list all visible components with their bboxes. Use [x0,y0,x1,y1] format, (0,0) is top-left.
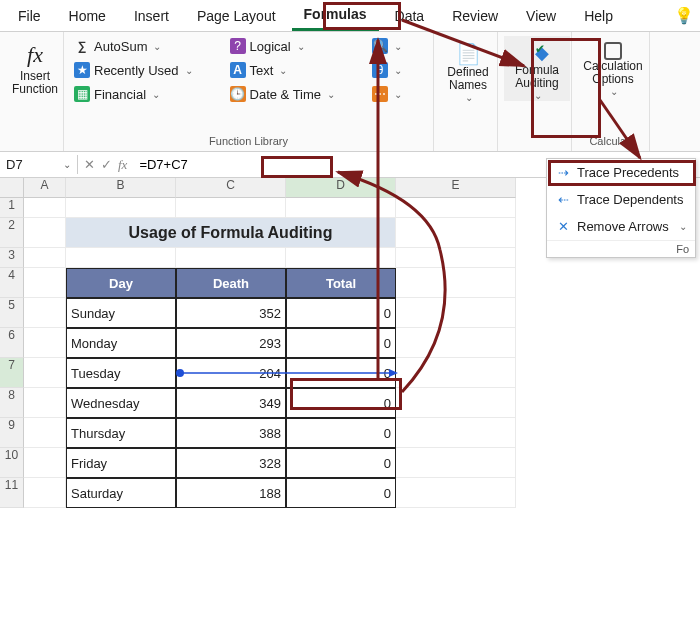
table-row[interactable]: Friday3280 [24,448,516,478]
table-header-day: Day [66,268,176,298]
table-row[interactable]: Tuesday2040 [24,358,516,388]
defined-names-button[interactable]: 📄 DefinedNames ⌄ [440,36,496,103]
table-row[interactable]: Thursday3880 [24,418,516,448]
table-row[interactable]: Sunday3520 [24,298,516,328]
cell-total[interactable]: 0 [286,478,396,508]
lookup-icon: 🔍 [372,38,388,54]
row-header-3[interactable]: 3 [0,248,24,268]
trace-precedents-icon: ⇢ [555,165,571,180]
row-header-7[interactable]: 7 [0,358,24,388]
table-header-total: Total [286,268,396,298]
calculation-icon [604,42,622,60]
cell-day[interactable]: Thursday [66,418,176,448]
financial-button[interactable]: ▦Financial⌄ [70,84,218,104]
col-header-e[interactable]: E [396,178,516,198]
row-header-10[interactable]: 10 [0,448,24,478]
tell-me-icon[interactable]: 💡 [674,6,694,25]
tab-formulas[interactable]: Formulas [292,0,379,31]
more-functions-button[interactable]: ⋯⌄ [368,84,427,104]
row-header-2[interactable]: 2 [0,218,24,248]
col-header-d[interactable]: D [286,178,396,198]
logical-icon: ? [230,38,246,54]
col-header-c[interactable]: C [176,178,286,198]
insert-function-button[interactable]: fx InsertFunction [6,36,64,96]
cell-death[interactable]: 204 [176,358,286,388]
table-row[interactable]: Monday2930 [24,328,516,358]
group-label-function-library: Function Library [70,133,427,149]
cell-day[interactable]: Wednesday [66,388,176,418]
formula-auditing-button[interactable]: ◆ FormulaAuditing ⌄ [504,36,570,101]
table-header-death: Death [176,268,286,298]
fx-small-icon[interactable]: fx [118,157,127,173]
tab-review[interactable]: Review [440,2,510,30]
calculation-options-button[interactable]: CalculationOptions ⌄ [578,36,648,97]
cell-total[interactable]: 0 [286,358,396,388]
cell-death[interactable]: 328 [176,448,286,478]
row-header-5[interactable]: 5 [0,298,24,328]
fx-icon: fx [27,42,43,68]
tab-data[interactable]: Data [383,2,437,30]
cell-day[interactable]: Monday [66,328,176,358]
cell-death[interactable]: 349 [176,388,286,418]
cell-total[interactable]: 0 [286,328,396,358]
cell-day[interactable]: Tuesday [66,358,176,388]
cell-day[interactable]: Sunday [66,298,176,328]
defined-names-icon: 📄 [456,42,481,66]
enter-icon[interactable]: ✓ [101,157,112,173]
col-header-a[interactable]: A [24,178,66,198]
theta-icon: θ [372,62,388,78]
cell-day[interactable]: Saturday [66,478,176,508]
row-header-11[interactable]: 11 [0,478,24,508]
more-icon: ⋯ [372,86,388,102]
cell-death[interactable]: 388 [176,418,286,448]
cell-death[interactable]: 293 [176,328,286,358]
row-header-6[interactable]: 6 [0,328,24,358]
tab-home[interactable]: Home [57,2,118,30]
tab-help[interactable]: Help [572,2,625,30]
ribbon: fx InsertFunction ∑AutoSum⌄ ?Logical⌄ 🔍⌄… [0,32,700,152]
trace-dependents-item[interactable]: ⇠Trace Dependents [547,186,695,213]
remove-arrows-icon: ✕ [555,219,571,234]
cell-total[interactable]: 0 [286,448,396,478]
trace-dependents-icon: ⇠ [555,192,571,207]
tab-file[interactable]: File [6,2,53,30]
recently-used-button[interactable]: ★Recently Used⌄ [70,60,218,80]
col-header-b[interactable]: B [66,178,176,198]
tab-bar: File Home Insert Page Layout Formulas Da… [0,0,700,32]
formula-auditing-icon: ◆ [525,42,549,64]
row-header-4[interactable]: 4 [0,268,24,298]
math-trig-button[interactable]: θ⌄ [368,60,427,80]
financial-icon: ▦ [74,86,90,102]
trace-precedents-item[interactable]: ⇢Trace Precedents [547,159,695,186]
text-icon: A [230,62,246,78]
row-header-9[interactable]: 9 [0,418,24,448]
remove-arrows-item[interactable]: ✕Remove Arrows⌄ [547,213,695,240]
sigma-icon: ∑ [74,38,90,54]
lookup-button[interactable]: 🔍⌄ [368,36,427,56]
logical-button[interactable]: ?Logical⌄ [226,36,361,56]
group-label-calculation: Calculati [578,133,643,149]
row-header-8[interactable]: 8 [0,388,24,418]
tab-insert[interactable]: Insert [122,2,181,30]
cell-death[interactable]: 352 [176,298,286,328]
autosum-button[interactable]: ∑AutoSum⌄ [70,36,218,56]
text-button[interactable]: AText⌄ [226,60,361,80]
name-box[interactable]: D7⌄ [0,155,78,174]
star-icon: ★ [74,62,90,78]
tab-page-layout[interactable]: Page Layout [185,2,288,30]
formula-auditing-dropdown: ⇢Trace Precedents ⇠Trace Dependents ✕Rem… [546,158,696,258]
table-row[interactable]: Wednesday3490 [24,388,516,418]
row-header-1[interactable]: 1 [0,198,24,218]
cell-death[interactable]: 188 [176,478,286,508]
tab-view[interactable]: View [514,2,568,30]
cell-day[interactable]: Friday [66,448,176,478]
cancel-icon[interactable]: ✕ [84,157,95,173]
clock-icon: 🕒 [230,86,246,102]
cell-total[interactable]: 0 [286,298,396,328]
cell-total[interactable]: 0 [286,388,396,418]
date-time-button[interactable]: 🕒Date & Time⌄ [226,84,361,104]
select-all-corner[interactable] [0,178,24,198]
table-row[interactable]: Saturday1880 [24,478,516,508]
cell-total[interactable]: 0 [286,418,396,448]
title-cell: Usage of Formula Auditing [66,218,396,248]
